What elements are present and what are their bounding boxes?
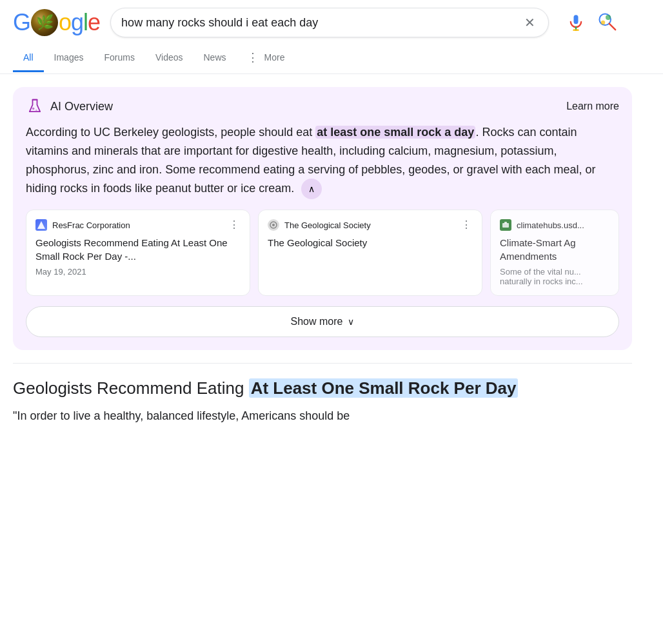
ai-overview-label: AI Overview [50, 100, 113, 113]
search-query-text: how many rocks should i eat each day [121, 16, 515, 30]
climate-favicon [500, 219, 511, 231]
geological-name: The Geological Society [284, 220, 371, 230]
source-card-resfrac[interactable]: ResFrac Corporation ⋮ Geologists Recomme… [26, 210, 250, 296]
svg-point-5 [606, 15, 611, 20]
lens-icon [598, 12, 618, 33]
learn-more-button[interactable]: Learn more [566, 101, 619, 112]
flask-icon [26, 97, 44, 115]
logo-letter-l: l [83, 9, 88, 36]
tab-videos[interactable]: Videos [145, 44, 193, 72]
tab-videos-label: Videos [155, 52, 183, 63]
tab-more[interactable]: ⋮ More [237, 43, 295, 74]
resfrac-favicon [35, 219, 47, 231]
source-cards-container: ResFrac Corporation ⋮ Geologists Recomme… [26, 210, 619, 296]
geological-title: The Geological Society [268, 236, 473, 249]
logo-letter-g: G [13, 9, 30, 36]
show-more-container: Show more ∨ [26, 306, 619, 337]
clear-search-button[interactable]: ✕ [522, 14, 538, 32]
logo-letter-o2: o [59, 9, 71, 36]
svg-point-11 [272, 224, 275, 226]
source-card-geological[interactable]: The Geological Society ⋮ The Geological … [258, 210, 482, 296]
source-card-climate-header: climatehubs.usd... [500, 219, 609, 231]
tab-all[interactable]: All [13, 44, 44, 72]
logo-letter-e: e [88, 9, 100, 36]
ai-highlight-text: at least one small rock a day [315, 126, 475, 139]
ai-overview-title: AI Overview [26, 97, 113, 115]
tab-forums-label: Forums [104, 52, 134, 63]
show-more-label: Show more [291, 316, 343, 327]
tab-images[interactable]: Images [44, 44, 94, 72]
ai-text-before: According to UC Berkeley geologists, peo… [26, 126, 315, 139]
resfrac-name: ResFrac Corporation [52, 220, 130, 230]
lens-search-button[interactable] [595, 10, 621, 35]
search-nav-tabs: All Images Forums Videos News ⋮ More [0, 43, 663, 74]
header: G 🌿 o g l e how many rocks should i eat … [0, 0, 663, 37]
svg-marker-9 [37, 221, 45, 229]
geological-favicon [268, 219, 279, 231]
voice-search-button[interactable] [564, 11, 588, 34]
tab-images-label: Images [54, 52, 84, 63]
climate-name: climatehubs.usd... [517, 220, 584, 230]
svg-rect-0 [574, 15, 579, 24]
svg-line-4 [609, 24, 616, 30]
source-name-row-resfrac: ResFrac Corporation [35, 219, 130, 231]
tab-more-label: More [264, 52, 285, 63]
result-title: Geologists Recommend Eating At Least One… [13, 376, 632, 400]
svg-point-8 [35, 110, 37, 111]
tab-forums[interactable]: Forums [94, 44, 144, 72]
geological-menu-icon[interactable]: ⋮ [461, 220, 473, 230]
svg-rect-13 [504, 222, 507, 224]
ai-overview-box: AI Overview Learn more According to UC B… [13, 87, 632, 350]
tab-news-label: News [204, 52, 226, 63]
logo-letter-g2: g [71, 9, 83, 36]
svg-rect-12 [502, 223, 509, 228]
search-bar[interactable]: how many rocks should i eat each day ✕ [110, 8, 549, 37]
svg-point-6 [601, 21, 605, 24]
show-more-button[interactable]: Show more ∨ [26, 306, 619, 337]
resfrac-title: Geologists Recommend Eating At Least One… [35, 236, 241, 263]
mic-icon [567, 14, 585, 32]
section-divider [13, 363, 632, 364]
collapse-button[interactable]: ∧ [301, 179, 322, 199]
source-card-resfrac-header: ResFrac Corporation ⋮ [35, 219, 241, 231]
ai-overview-header: AI Overview Learn more [26, 97, 619, 115]
climate-subtitle: Some of the vital nu... naturally in roc… [500, 267, 609, 286]
climate-title: Climate-Smart Ag Amendments [500, 236, 609, 263]
search-action-icons [564, 10, 621, 35]
chevron-down-icon: ∨ [348, 317, 354, 327]
resfrac-menu-icon[interactable]: ⋮ [229, 220, 241, 230]
svg-point-7 [32, 108, 35, 110]
source-card-geological-header: The Geological Society ⋮ [268, 219, 473, 231]
tab-news[interactable]: News [193, 44, 237, 72]
ai-overview-text: According to UC Berkeley geologists, peo… [26, 123, 619, 199]
result-title-highlight[interactable]: At Least One Small Rock Per Day [249, 378, 519, 398]
source-name-row-geological: The Geological Society [268, 219, 371, 231]
google-logo: G 🌿 o g l e [13, 9, 100, 36]
result-snippet: "In order to live a healthy, balanced li… [13, 407, 632, 425]
tab-all-label: All [23, 52, 34, 63]
source-name-row-climate: climatehubs.usd... [500, 219, 584, 231]
logo-img-wrapper: 🌿 [31, 9, 58, 36]
source-card-climate[interactable]: climatehubs.usd... Climate-Smart Ag Amen… [490, 210, 619, 296]
resfrac-date: May 19, 2021 [35, 267, 241, 277]
result-title-before: Geologists Recommend Eating [13, 378, 249, 398]
main-content: AI Overview Learn more According to UC B… [0, 74, 645, 425]
more-dots-icon: ⋮ [247, 50, 259, 64]
